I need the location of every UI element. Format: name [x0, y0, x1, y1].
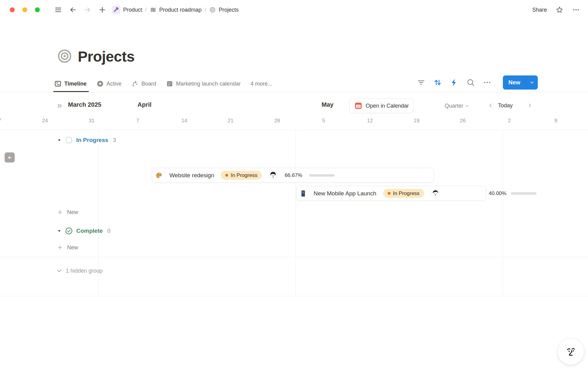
- new-button-dropdown[interactable]: [526, 75, 538, 90]
- page-target-icon[interactable]: [58, 49, 72, 63]
- week-tick-label: 19: [414, 118, 420, 124]
- board-view-icon: [131, 80, 139, 87]
- timeline-scale-select[interactable]: Quarter: [445, 102, 469, 110]
- search-icon[interactable]: [466, 78, 475, 87]
- scroll-left-button[interactable]: [5, 152, 15, 163]
- status-label: In Progress: [231, 172, 257, 178]
- tab-active[interactable]: Active: [96, 75, 122, 92]
- share-button[interactable]: Share: [532, 7, 547, 13]
- add-new-item-row[interactable]: New: [57, 208, 78, 217]
- breadcrumb-label: Product roadmap: [159, 7, 202, 13]
- scroll-months-icon[interactable]: [56, 102, 63, 109]
- progress-bar: [511, 192, 537, 195]
- star-circle-icon: [96, 80, 104, 87]
- window-titlebar: Product/Product roadmap/Projects Share: [0, 0, 588, 20]
- timeline-item-row: New Mobile App LaunchIn Progress40.00%: [296, 186, 537, 201]
- timeline-month-label-april: April: [138, 101, 152, 108]
- avatar-man-2: [431, 189, 440, 198]
- window-zoom-button[interactable]: [35, 7, 40, 12]
- week-tick-label: 12: [367, 118, 373, 124]
- add-new-item-row[interactable]: New: [57, 243, 78, 252]
- breadcrumb-item-product[interactable]: Product: [112, 6, 142, 14]
- week-tick-label: 5: [322, 118, 325, 124]
- ai-face-icon: [564, 344, 578, 358]
- sidebar-menu-icon[interactable]: [54, 6, 62, 14]
- chevron-down-icon: [56, 267, 62, 274]
- group-count: 0: [107, 228, 111, 234]
- tab-board[interactable]: Board: [131, 75, 156, 92]
- timeline-footer-divider: [0, 257, 588, 257]
- calendar-red-icon: 11: [354, 102, 362, 110]
- new-button-label[interactable]: New: [503, 79, 526, 86]
- timeline-scale-label: Quarter: [445, 103, 463, 109]
- tab-label: Timeline: [64, 81, 87, 87]
- hidden-group-label: 1 hidden group: [66, 268, 103, 274]
- nav-back-icon[interactable]: [69, 6, 77, 14]
- progress-percent: 40.00%: [489, 190, 507, 197]
- week-tick-label: 28: [274, 118, 280, 124]
- status-badge: In Progress: [383, 189, 424, 198]
- breadcrumb-label: Product: [123, 7, 142, 13]
- week-tick-label: 7: [0, 118, 1, 124]
- window-minimize-button[interactable]: [22, 7, 27, 12]
- chevron-down-icon: [465, 104, 469, 108]
- nav-forward-icon[interactable]: [84, 6, 92, 14]
- automation-lightning-icon[interactable]: [450, 78, 459, 87]
- breadcrumb-chip: [112, 6, 120, 14]
- view-tabs: TimelineActiveBoardMarketing launch cale…: [54, 75, 272, 92]
- plus-small-icon: [57, 244, 63, 251]
- add-new-label: New: [67, 244, 78, 251]
- status-dot: [388, 192, 390, 195]
- group-count: 3: [113, 137, 116, 144]
- month-gridline: [503, 130, 503, 296]
- view-toolbar: New: [417, 75, 538, 90]
- timeline-item-new-mobile-app-launch[interactable]: New Mobile App LaunchIn Progress: [296, 186, 486, 201]
- tab-marketing-launch-calendar[interactable]: Marketing launch calendar: [166, 75, 241, 92]
- open-in-calendar-label: Open in Calendar: [366, 103, 409, 109]
- timeline-item-row: Website redesignIn Progress66.67%: [152, 168, 434, 183]
- timeline-next-icon[interactable]: [527, 102, 533, 109]
- sort-icon[interactable]: [433, 78, 442, 87]
- new-button[interactable]: New: [503, 75, 538, 90]
- group-header-in-progress[interactable]: In Progress3: [57, 136, 116, 145]
- week-tick-label: 14: [182, 118, 187, 124]
- left-arrow-icon: [7, 155, 13, 161]
- tab-timeline[interactable]: Timeline: [54, 75, 87, 92]
- item-title: Website redesign: [169, 172, 214, 179]
- view-more-options-icon[interactable]: [483, 78, 492, 87]
- new-tab-icon[interactable]: [98, 6, 106, 14]
- tabs-more-button[interactable]: 4 more...: [251, 81, 272, 87]
- breadcrumb-separator: /: [142, 7, 150, 13]
- hidden-group-toggle[interactable]: 1 hidden group: [56, 266, 103, 275]
- triangle-down-icon: [57, 138, 62, 143]
- topbar-actions: Share: [532, 0, 580, 20]
- tab-label: Active: [107, 81, 122, 87]
- timeline-month-label-march-2025: March 2025: [68, 101, 101, 108]
- group-header-complete[interactable]: Complete0: [57, 226, 111, 236]
- ai-assistant-button[interactable]: [557, 338, 584, 365]
- progress-bar: [309, 174, 335, 177]
- week-tick-label: 9: [554, 118, 557, 124]
- week-tick-label: 24: [42, 118, 48, 124]
- more-options-icon[interactable]: [572, 6, 580, 14]
- open-in-calendar-button[interactable]: 11 Open in Calendar: [349, 98, 414, 113]
- triangle-down-icon: [57, 229, 62, 233]
- today-button[interactable]: Today: [498, 102, 513, 109]
- timeline-item-website-redesign[interactable]: Website redesignIn Progress66.67%: [152, 168, 434, 183]
- window-close-button[interactable]: [10, 7, 15, 12]
- filter-icon[interactable]: [417, 78, 426, 87]
- week-tick-label: 2: [508, 118, 511, 124]
- map-icon: [150, 6, 156, 13]
- breadcrumb-item-projects[interactable]: Projects: [209, 6, 239, 13]
- breadcrumb-item-product-roadmap[interactable]: Product roadmap: [150, 6, 202, 13]
- month-gridline: [296, 130, 296, 296]
- status-dot: [225, 174, 228, 177]
- tabs-divider: [0, 92, 588, 92]
- week-tick-label: 26: [460, 118, 466, 124]
- week-tick-label: 21: [228, 118, 234, 124]
- timeline-prev-icon[interactable]: [488, 102, 494, 109]
- plus-small-icon: [57, 209, 63, 215]
- tab-label: Board: [141, 81, 156, 87]
- status-badge: In Progress: [221, 171, 262, 180]
- favorite-star-icon[interactable]: [556, 6, 564, 14]
